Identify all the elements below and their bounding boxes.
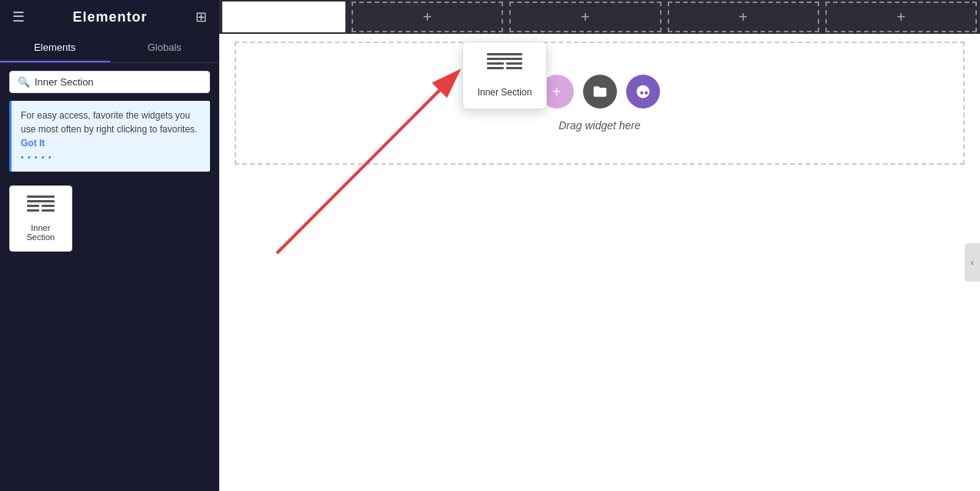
section-tab-add-4[interactable]: + — [825, 2, 977, 32]
section-tab-add-2[interactable]: + — [509, 2, 661, 32]
tip-text: For easy access, favorite the widgets yo… — [21, 110, 197, 135]
canvas-area: + + + + + Drag widget here ‹ — [219, 0, 980, 491]
sidebar: ☰ Elementor ⊞ Elements Globals 🔍 For eas… — [0, 0, 219, 491]
tip-got-it-link[interactable]: Got It — [21, 138, 45, 149]
canvas-topbar: + + + + — [219, 0, 980, 34]
tab-globals[interactable]: Globals — [110, 34, 220, 62]
widget-label-inner-section: Inner Section — [16, 223, 65, 242]
section-tab-add-1[interactable]: + — [352, 2, 503, 32]
popup-widget-label: Inner Section — [478, 87, 532, 98]
popup-icon-line-2 — [487, 58, 522, 60]
tabs-bar: Elements Globals — [0, 34, 219, 63]
tip-dots: • • • • • — [21, 152, 52, 162]
logo-text: Elementor — [72, 9, 147, 25]
icon-col-right — [42, 205, 55, 207]
widget-popup: Inner Section — [462, 42, 547, 109]
popup-col-right-2 — [506, 67, 523, 69]
section-tab-active[interactable] — [222, 2, 345, 32]
icon-line-2 — [27, 200, 55, 202]
sidebar-footer — [0, 457, 219, 491]
popup-col-left-2 — [487, 67, 504, 69]
collapse-handle[interactable]: ‹ — [965, 243, 980, 282]
canvas-content: + Drag widget here ‹ — [219, 34, 980, 491]
footer-text — [9, 469, 12, 479]
popup-col-right — [506, 62, 523, 65]
sidebar-header: ☰ Elementor ⊞ — [0, 0, 219, 34]
favorites-button[interactable] — [626, 75, 660, 109]
tip-box: For easy access, favorite the widgets yo… — [9, 101, 210, 172]
browse-templates-button[interactable] — [583, 75, 617, 109]
inner-section-widget-icon — [27, 195, 55, 217]
icon-col-right-2 — [42, 209, 55, 212]
popup-col-left — [487, 62, 504, 65]
search-input[interactable] — [35, 76, 202, 88]
icon-line-1 — [27, 195, 55, 198]
widgets-grid: Inner Section — [0, 179, 219, 258]
popup-icon-line-1 — [487, 53, 522, 55]
hamburger-icon[interactable]: ☰ — [12, 8, 25, 25]
section-tab-add-3[interactable]: + — [668, 2, 819, 32]
grid-icon[interactable]: ⊞ — [195, 8, 207, 25]
search-bar: 🔍 — [9, 71, 210, 93]
drop-zone: + Drag widget here — [235, 42, 965, 165]
popup-widget-icon — [487, 53, 522, 81]
widget-card-inner-section[interactable]: Inner Section — [9, 185, 72, 252]
search-icon: 🔍 — [18, 76, 30, 88]
icon-col-left — [27, 205, 40, 207]
drag-widget-label: Drag widget here — [558, 119, 641, 132]
drop-zone-buttons: + — [540, 75, 660, 109]
icon-col-left-2 — [27, 209, 40, 212]
tab-elements[interactable]: Elements — [0, 34, 110, 62]
